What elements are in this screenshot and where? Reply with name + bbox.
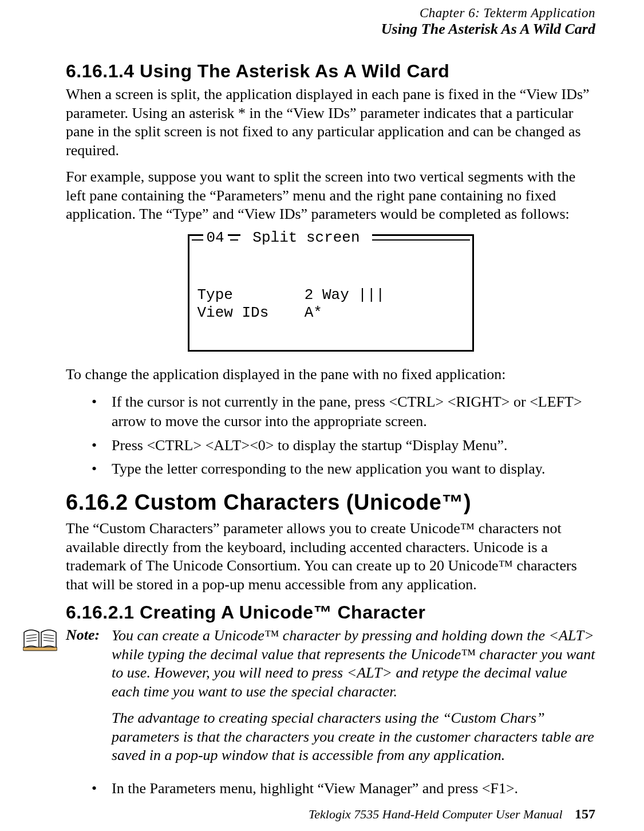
paragraph: For example, suppose you want to split t… <box>66 168 595 224</box>
running-header: Chapter 6: Tekterm Application Using The… <box>49 6 595 38</box>
note-paragraph: You can create a Unicode™ character by p… <box>112 627 595 701</box>
paragraph: To change the application displayed in t… <box>66 365 595 384</box>
list-item: In the Parameters menu, highlight “View … <box>66 779 595 798</box>
list-item: If the cursor is not currently in the pa… <box>66 392 595 431</box>
note-label: Note: <box>66 627 112 644</box>
note-paragraph: The advantage to creating special charac… <box>112 709 595 765</box>
terminal-row: Type 2 Way ||| <box>197 286 385 304</box>
note-block: Note: You can create a Unicode™ characte… <box>66 627 595 773</box>
terminal-title-text: Split screen <box>240 229 372 247</box>
list-item: Type the letter corresponding to the new… <box>66 459 595 479</box>
terminal-row: View IDs A* <box>197 304 322 321</box>
list-item: Press <CTRL> <ALT><0> to display the sta… <box>66 436 595 455</box>
page-footer: Teklogix 7535 Hand-Held Computer User Ma… <box>309 806 595 822</box>
svg-rect-0 <box>23 647 57 651</box>
terminal-title: 04 Split screen <box>192 229 470 247</box>
paragraph: The “Custom Characters” parameter allows… <box>66 519 595 594</box>
footer-page-number: 157 <box>575 806 595 821</box>
heading-6-16-2-1: 6.16.2.1 Creating A Unicode™ Character <box>66 602 595 623</box>
header-chapter: Chapter 6: Tekterm Application <box>49 6 595 21</box>
terminal-screen: 04 Split screen Type 2 Way ||| View IDs … <box>188 234 474 352</box>
heading-6-16-2: 6.16.2 Custom Characters (Unicode™) <box>66 490 595 515</box>
paragraph: When a screen is split, the application … <box>66 85 595 160</box>
note-body: You can create a Unicode™ character by p… <box>112 627 595 773</box>
terminal-title-num: 04 <box>207 229 224 246</box>
bullet-list: In the Parameters menu, highlight “View … <box>66 779 595 798</box>
heading-6-16-1-4: 6.16.1.4 Using The Asterisk As A Wild Ca… <box>66 61 595 82</box>
bullet-list: If the cursor is not currently in the pa… <box>66 392 595 479</box>
footer-manual-title: Teklogix 7535 Hand-Held Computer User Ma… <box>309 807 562 821</box>
header-section: Using The Asterisk As A Wild Card <box>49 21 595 38</box>
book-note-icon <box>23 629 57 654</box>
